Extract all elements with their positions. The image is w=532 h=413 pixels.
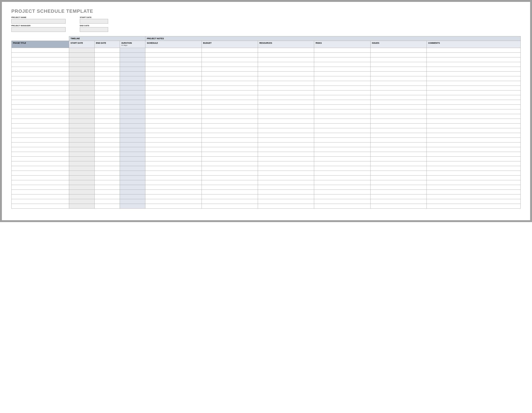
c-schedule-cell[interactable] (145, 62, 201, 67)
c-risks-cell[interactable] (314, 72, 370, 76)
c-risks-cell[interactable] (314, 185, 370, 190)
c-budget-cell[interactable] (201, 72, 258, 76)
c-comments-cell[interactable] (427, 72, 521, 76)
c-comments-cell[interactable] (427, 171, 521, 176)
c-comments-cell[interactable] (427, 176, 521, 180)
c-resources-cell[interactable] (258, 138, 314, 142)
c-issues-cell[interactable] (370, 152, 427, 157)
c-phase-cell[interactable] (11, 114, 69, 119)
c-resources-cell[interactable] (258, 185, 314, 190)
c-resources-cell[interactable] (258, 100, 314, 105)
c-end-cell[interactable] (95, 171, 120, 176)
c-budget-cell[interactable] (201, 109, 258, 114)
c-phase-cell[interactable] (11, 166, 69, 171)
c-issues-cell[interactable] (370, 199, 427, 204)
c-comments-cell[interactable] (427, 128, 521, 133)
c-issues-cell[interactable] (370, 114, 427, 119)
c-phase-cell[interactable] (11, 176, 69, 180)
c-phase-cell[interactable] (11, 171, 69, 176)
c-end-cell[interactable] (95, 190, 120, 195)
c-end-cell[interactable] (95, 185, 120, 190)
c-phase-cell[interactable] (11, 105, 69, 109)
c-start-cell[interactable] (69, 53, 95, 57)
c-start-cell[interactable] (69, 142, 95, 147)
c-start-cell[interactable] (69, 72, 95, 76)
c-issues-cell[interactable] (370, 48, 427, 53)
c-start-cell[interactable] (69, 166, 95, 171)
c-risks-cell[interactable] (314, 161, 370, 166)
c-phase-cell[interactable] (11, 157, 69, 161)
c-risks-cell[interactable] (314, 109, 370, 114)
c-resources-cell[interactable] (258, 128, 314, 133)
c-start-cell[interactable] (69, 199, 95, 204)
c-end-cell[interactable] (95, 195, 120, 199)
c-comments-cell[interactable] (427, 166, 521, 171)
c-budget-cell[interactable] (201, 128, 258, 133)
c-risks-cell[interactable] (314, 176, 370, 180)
c-risks-cell[interactable] (314, 100, 370, 105)
c-phase-cell[interactable] (11, 72, 69, 76)
c-budget-cell[interactable] (201, 138, 258, 142)
c-start-cell[interactable] (69, 190, 95, 195)
c-phase-cell[interactable] (11, 76, 69, 81)
c-end-cell[interactable] (95, 161, 120, 166)
c-schedule-cell[interactable] (145, 72, 201, 76)
c-budget-cell[interactable] (201, 147, 258, 152)
c-risks-cell[interactable] (314, 119, 370, 124)
c-comments-cell[interactable] (427, 57, 521, 62)
c-end-cell[interactable] (95, 72, 120, 76)
c-resources-cell[interactable] (258, 114, 314, 119)
c-schedule-cell[interactable] (145, 57, 201, 62)
c-risks-cell[interactable] (314, 57, 370, 62)
c-start-cell[interactable] (69, 86, 95, 90)
c-resources-cell[interactable] (258, 124, 314, 128)
c-resources-cell[interactable] (258, 76, 314, 81)
c-end-cell[interactable] (95, 100, 120, 105)
c-issues-cell[interactable] (370, 124, 427, 128)
c-end-cell[interactable] (95, 199, 120, 204)
c-phase-cell[interactable] (11, 86, 69, 90)
c-resources-cell[interactable] (258, 204, 314, 209)
c-duration-cell[interactable] (120, 199, 145, 204)
c-duration-cell[interactable] (120, 67, 145, 72)
c-duration-cell[interactable] (120, 204, 145, 209)
c-budget-cell[interactable] (201, 199, 258, 204)
c-budget-cell[interactable] (201, 180, 258, 185)
c-issues-cell[interactable] (370, 147, 427, 152)
c-risks-cell[interactable] (314, 166, 370, 171)
c-schedule-cell[interactable] (145, 90, 201, 95)
c-comments-cell[interactable] (427, 114, 521, 119)
c-schedule-cell[interactable] (145, 133, 201, 138)
c-issues-cell[interactable] (370, 128, 427, 133)
c-phase-cell[interactable] (11, 161, 69, 166)
c-risks-cell[interactable] (314, 180, 370, 185)
c-phase-cell[interactable] (11, 95, 69, 100)
c-budget-cell[interactable] (201, 171, 258, 176)
c-end-cell[interactable] (95, 86, 120, 90)
c-budget-cell[interactable] (201, 57, 258, 62)
c-issues-cell[interactable] (370, 81, 427, 86)
c-duration-cell[interactable] (120, 72, 145, 76)
c-duration-cell[interactable] (120, 100, 145, 105)
c-comments-cell[interactable] (427, 81, 521, 86)
c-start-cell[interactable] (69, 62, 95, 67)
c-duration-cell[interactable] (120, 171, 145, 176)
c-end-cell[interactable] (95, 180, 120, 185)
c-end-cell[interactable] (95, 152, 120, 157)
c-duration-cell[interactable] (120, 128, 145, 133)
c-start-cell[interactable] (69, 114, 95, 119)
c-phase-cell[interactable] (11, 180, 69, 185)
c-duration-cell[interactable] (120, 114, 145, 119)
c-phase-cell[interactable] (11, 195, 69, 199)
c-phase-cell[interactable] (11, 48, 69, 53)
c-schedule-cell[interactable] (145, 81, 201, 86)
c-start-cell[interactable] (69, 204, 95, 209)
c-start-cell[interactable] (69, 90, 95, 95)
c-schedule-cell[interactable] (145, 157, 201, 161)
c-risks-cell[interactable] (314, 86, 370, 90)
c-resources-cell[interactable] (258, 109, 314, 114)
c-start-cell[interactable] (69, 161, 95, 166)
c-duration-cell[interactable] (120, 105, 145, 109)
c-start-cell[interactable] (69, 57, 95, 62)
c-comments-cell[interactable] (427, 100, 521, 105)
